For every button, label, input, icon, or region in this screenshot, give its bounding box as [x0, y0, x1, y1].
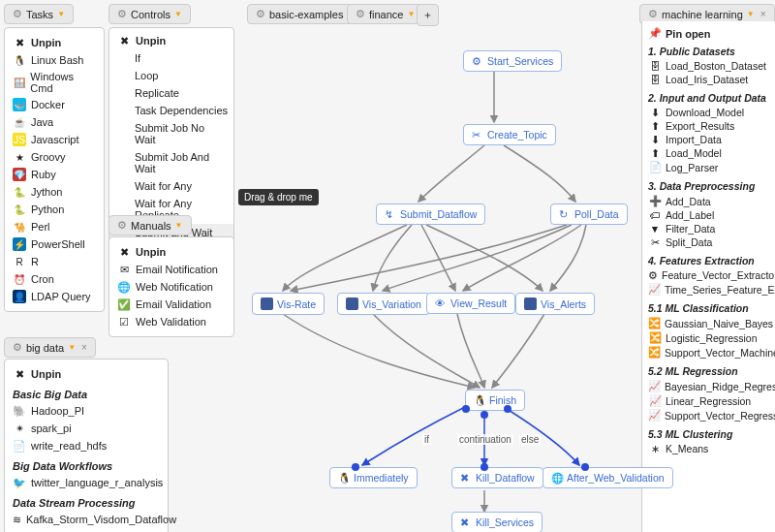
node-kill-dataflow[interactable]: ✖Kill_Dataflow: [451, 467, 543, 488]
ml-item[interactable]: ▼Filter_Data: [648, 222, 769, 235]
pin-open-button[interactable]: 📌Pin open: [648, 27, 769, 40]
ml-item[interactable]: 🗄Load_Iris_Dataset: [648, 73, 769, 86]
item-label: Add_Data: [666, 196, 711, 207]
ml-item[interactable]: 🔀Gaussian_Naive_Bayes: [648, 316, 769, 330]
task-item[interactable]: ☕Java: [13, 113, 96, 131]
manuals-item[interactable]: ✉Email Notification: [117, 261, 226, 278]
manuals-item[interactable]: 🌐Web Notification: [117, 278, 226, 296]
ml-item[interactable]: ➕Add_Data: [648, 194, 769, 208]
item-label: Linux Bash: [31, 54, 83, 66]
node-vis-alerts[interactable]: Vis_Alerts: [515, 293, 595, 315]
task-item[interactable]: 👤LDAP Query: [13, 288, 96, 305]
close-icon[interactable]: ×: [760, 9, 766, 19]
tab-manuals[interactable]: ⚙ Manuals ▼: [108, 215, 192, 235]
node-poll-data[interactable]: ↻Poll_Data: [550, 203, 628, 225]
node-kill-services[interactable]: ✖Kill_Services: [451, 512, 542, 532]
ml-icon: ⚙: [648, 269, 658, 281]
node-vis-variation[interactable]: Vis_Variation: [337, 293, 430, 315]
manuals-item[interactable]: ✅Email Validation: [117, 296, 226, 313]
task-item[interactable]: 🐧Linux Bash: [13, 51, 96, 69]
node-vis-rate[interactable]: Vis-Rate: [252, 293, 325, 315]
port[interactable]: [462, 405, 470, 413]
node-finish[interactable]: 🐧Finish: [465, 390, 525, 411]
ml-item[interactable]: 🔀Logistic_Regression: [648, 330, 769, 345]
tab-big-data[interactable]: ⚙ big data ▼ ×: [4, 337, 96, 358]
bd-icon: ≋: [13, 513, 21, 526]
port[interactable]: [480, 411, 488, 419]
task-item[interactable]: 🪟Windows Cmd: [13, 69, 96, 96]
ml-item[interactable]: 🔀Support_Vector_Machines: [648, 345, 769, 360]
task-item[interactable]: 🐪Perl: [13, 218, 96, 235]
node-start-services[interactable]: ⚙Start_Services: [463, 50, 562, 72]
bigdata-item[interactable]: 📄write_read_hdfs: [13, 437, 160, 454]
fb-icon: [524, 297, 537, 310]
lang-icon: ⚡: [13, 237, 26, 251]
controls-item[interactable]: Loop: [109, 67, 233, 84]
ml-item[interactable]: 📄Log_Parser: [648, 160, 769, 174]
task-item[interactable]: JSJavascript: [13, 131, 96, 148]
port[interactable]: [480, 463, 488, 471]
ml-item[interactable]: ⬇Download_Model: [648, 106, 769, 119]
ml-icon: 📈: [648, 380, 661, 392]
ml-item[interactable]: ⬇Import_Data: [648, 133, 769, 146]
bigdata-item[interactable]: 🐘Hadoop_PI: [13, 402, 160, 420]
task-item[interactable]: ⏰Cron: [13, 270, 96, 288]
tab-controls[interactable]: ⚙ Controls ▼: [108, 4, 191, 24]
controls-item[interactable]: Task Dependencies: [109, 102, 233, 119]
node-create-topic[interactable]: ✂Create_Topic: [463, 124, 556, 145]
port[interactable]: [352, 463, 359, 471]
unpin-button[interactable]: ✖Unpin: [117, 243, 226, 261]
gear-icon: ⚙: [13, 8, 22, 20]
ml-item[interactable]: 🗄Load_Boston_Dataset: [648, 59, 769, 73]
task-item[interactable]: RR: [13, 253, 96, 270]
bigdata-item[interactable]: ≋Kafka_Storm_Visdom_Dataflow: [13, 511, 160, 528]
ml-item[interactable]: ⬆Load_Model: [648, 146, 769, 160]
ml-item[interactable]: 📈Bayesian_Ridge_Regression: [648, 379, 769, 393]
unpin-button[interactable]: ✖Unpin: [13, 365, 160, 383]
node-immediately[interactable]: 🐧Immediately: [329, 467, 418, 488]
bigdata-item[interactable]: ✴spark_pi: [13, 420, 160, 437]
node-submit-dataflow[interactable]: ↯Submit_Dataflow: [376, 203, 485, 225]
lang-icon: R: [13, 255, 26, 268]
task-item[interactable]: 🐍Python: [13, 201, 96, 218]
gear-icon: ⚙: [13, 341, 22, 354]
task-item[interactable]: 🐳Docker: [13, 96, 96, 113]
task-item[interactable]: 🐍Jython: [13, 183, 96, 201]
gear-icon: ⚙: [256, 8, 265, 20]
bigdata-item[interactable]: 🐦twitter_language_r_analysis: [13, 474, 160, 491]
ml-item[interactable]: ⬆Export_Results: [648, 119, 769, 133]
controls-item[interactable]: Replicate: [109, 84, 233, 102]
ml-item[interactable]: ✂Split_Data: [648, 235, 769, 249]
controls-item[interactable]: Submit Job No Wait: [109, 119, 233, 148]
close-icon[interactable]: ×: [81, 342, 87, 353]
task-item[interactable]: 💎Ruby: [13, 166, 96, 183]
section-title: 1. Public Datasets: [648, 46, 769, 57]
unpin-label: Unpin: [136, 246, 166, 258]
controls-item[interactable]: If: [109, 49, 233, 67]
port[interactable]: [504, 405, 512, 413]
ml-item[interactable]: 📈Support_Vector_Regression: [648, 408, 769, 422]
ml-item[interactable]: 🏷Add_Label: [648, 208, 769, 222]
unpin-button[interactable]: ✖Unpin: [13, 34, 96, 51]
ml-item[interactable]: ∗K_Means: [648, 442, 769, 455]
lang-icon: 🐍: [13, 203, 26, 216]
item-label: K_Means: [666, 443, 708, 454]
tab-tasks[interactable]: ⚙ Tasks ▼: [4, 4, 74, 24]
controls-item[interactable]: Wait for Any: [109, 177, 233, 195]
unpin-button[interactable]: ✖Unpin: [109, 32, 233, 49]
node-view-result[interactable]: 👁View_Result: [426, 293, 515, 314]
item-label: write_read_hdfs: [31, 440, 107, 452]
add-tab-button[interactable]: ＋: [417, 4, 439, 26]
task-item[interactable]: ⚡PowerShell: [13, 235, 96, 253]
controls-item[interactable]: Submit Job And Wait: [109, 148, 233, 177]
port[interactable]: [581, 463, 589, 471]
task-item[interactable]: ★Groovy: [13, 148, 96, 166]
ml-item[interactable]: 📈Time_Series_Feature_Extractor: [648, 282, 769, 297]
node-after-web-validation[interactable]: 🌐After_Web_Validation: [542, 467, 673, 488]
lang-icon: 💎: [13, 168, 26, 181]
ml-item[interactable]: ⚙Feature_Vector_Extractor: [648, 268, 769, 282]
unpin-label: Unpin: [31, 368, 61, 380]
item-label: Load_Iris_Dataset: [666, 74, 748, 85]
manuals-item[interactable]: ☑Web Validation: [117, 313, 226, 330]
ml-item[interactable]: 📈Linear_Regression: [648, 393, 769, 408]
